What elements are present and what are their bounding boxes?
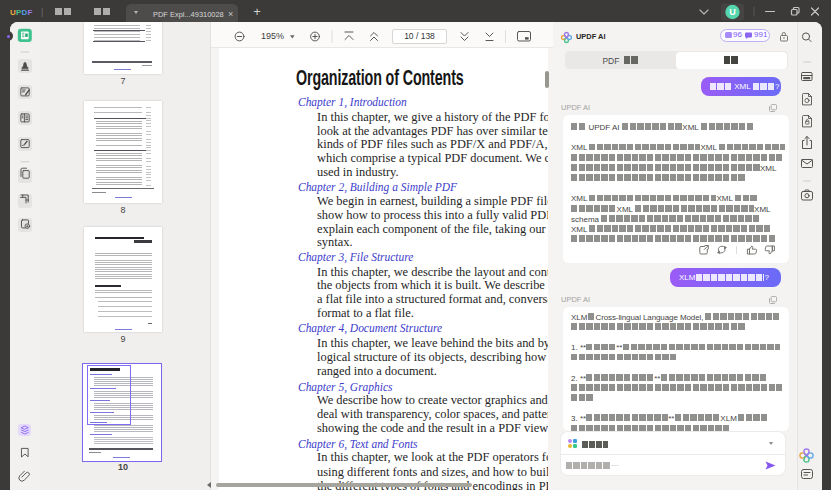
svg-text:U: U [729, 7, 736, 17]
